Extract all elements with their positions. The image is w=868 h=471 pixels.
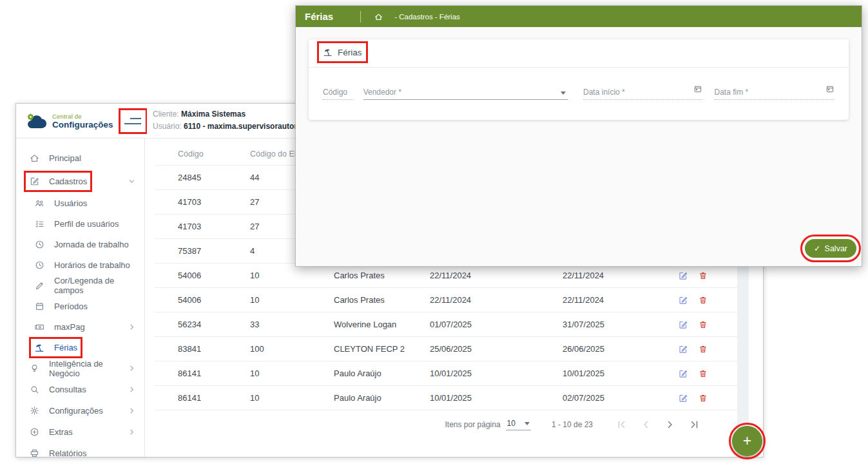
- cadastros-highlight: Cadastros: [29, 176, 87, 187]
- header-codigo: Código: [178, 149, 250, 159]
- first-page-icon[interactable]: [616, 419, 626, 430]
- calendar-icon: [34, 301, 45, 312]
- sidebar-item-maxpag[interactable]: maxPag: [16, 316, 144, 337]
- delete-row-icon[interactable]: [698, 320, 708, 330]
- banknote-icon: [34, 322, 45, 332]
- sidebar-item-cor-legenda-de-campos[interactable]: Cor/Legenda de campos: [16, 275, 144, 296]
- clock-icon: [34, 260, 45, 271]
- home-icon: [29, 153, 40, 164]
- cloud-logo-icon: [24, 113, 48, 130]
- sidebar-item-perfil-de-usuarios[interactable]: Perfil de usuários: [16, 213, 144, 234]
- sidebar-item-configuracoes[interactable]: Configurações: [16, 400, 144, 421]
- breadcrumb: - Cadastros - Férias: [394, 13, 460, 21]
- dialog-title: Férias: [305, 11, 333, 22]
- chevron-down-icon: [128, 178, 135, 185]
- delete-row-icon[interactable]: [698, 271, 708, 281]
- dialog-header: Férias - Cadastros - Férias: [296, 6, 862, 27]
- previous-page-icon[interactable]: [641, 419, 651, 430]
- sidebar-item-inteligencia-de-negocio[interactable]: Inteligência de Negócio: [16, 358, 144, 379]
- sidebar-item-usuarios[interactable]: Usuários: [16, 193, 144, 213]
- logo-line1: Central de: [52, 113, 113, 120]
- last-page-icon[interactable]: [690, 419, 700, 430]
- user-value: 6110 - maxima.supervisorautoriz: [184, 122, 303, 131]
- chevron-right-icon: [128, 323, 135, 331]
- chevron-right-icon: [128, 365, 135, 372]
- table-row: 86141 10 Paulo Araújo 10/01/2025 10/01/2…: [155, 361, 737, 386]
- delete-row-icon[interactable]: [698, 369, 708, 379]
- edit-row-icon[interactable]: [678, 271, 688, 281]
- chevron-right-icon: [128, 407, 135, 414]
- select-arrow-icon: [561, 91, 566, 95]
- edit-square-icon: [29, 176, 40, 187]
- calendar-icon[interactable]: [693, 84, 702, 93]
- session-info: Cliente: Máxima Sistemas Usuário: 6110 -…: [153, 108, 303, 133]
- header-divider: [145, 110, 146, 132]
- page-size-select[interactable]: 10: [506, 419, 531, 430]
- chevron-right-icon: [128, 386, 135, 393]
- sidebar-item-horarios-de-trabalho[interactable]: Horários de trabalho: [16, 255, 144, 275]
- calendar-icon[interactable]: [825, 84, 834, 93]
- table-row: 54006 10 Carlos Prates 22/11/2024 22/11/…: [155, 264, 737, 288]
- clock-icon: [34, 239, 45, 250]
- vendedor-select[interactable]: Vendedor *: [363, 81, 568, 100]
- edit-row-icon[interactable]: [678, 320, 688, 330]
- sidebar-item-relatorios[interactable]: Relatórios: [16, 443, 144, 457]
- next-page-icon[interactable]: [665, 419, 675, 430]
- table-row: 86141 10 Paulo Araújo 10/01/2025 02/07/2…: [155, 386, 737, 410]
- sidenav-toggle-button[interactable]: [121, 111, 144, 131]
- sidebar-item-extras[interactable]: Extras: [16, 421, 144, 443]
- plus-icon: +: [743, 432, 751, 449]
- beach-umbrella-icon: [34, 342, 45, 353]
- delete-row-icon[interactable]: [698, 393, 708, 403]
- search-icon: [29, 384, 40, 395]
- sidebar-item-periodos[interactable]: Períodos: [16, 296, 144, 316]
- home-icon[interactable]: [374, 12, 383, 21]
- ferias-highlight: Férias: [34, 342, 77, 353]
- sidebar-item-cadastros[interactable]: Cadastros: [16, 169, 144, 193]
- card-title: Férias: [323, 47, 362, 57]
- sidebar-item-consultas[interactable]: Consultas: [16, 379, 144, 400]
- table-row: 54006 10 Carlos Prates 22/11/2024 22/11/…: [155, 288, 737, 312]
- codigo-field[interactable]: Código: [323, 81, 352, 100]
- sidebar-item-jornada-de-trabalho[interactable]: Jornada de trabalho: [16, 234, 144, 255]
- ferias-form-card: Férias Código Vendedor * Data início * D…: [309, 39, 849, 120]
- page: Central de Configurações Cliente: Máxima…: [0, 0, 868, 471]
- add-ferias-fab[interactable]: +: [732, 426, 762, 456]
- select-arrow-icon: [525, 422, 530, 425]
- plus-circle-icon: [29, 427, 40, 437]
- beach-umbrella-icon: [323, 47, 333, 57]
- app-logo: Central de Configurações: [16, 113, 113, 130]
- client-label: Cliente:: [153, 110, 179, 119]
- data-fim-field[interactable]: Data fim *: [715, 81, 834, 100]
- page-range-label: 1 - 10 de 23: [552, 420, 593, 429]
- edit-row-icon[interactable]: [678, 295, 688, 305]
- gear-icon: [29, 405, 40, 416]
- chevron-right-icon: [128, 428, 135, 436]
- checklist-icon: [34, 218, 45, 229]
- delete-row-icon[interactable]: [698, 295, 708, 305]
- sidebar-item-ferias[interactable]: Férias: [16, 337, 144, 358]
- client-value: Máxima Sistemas: [181, 110, 246, 119]
- logo-line2: Configurações: [52, 120, 113, 130]
- lightbulb-icon: [29, 363, 40, 374]
- edit-row-icon[interactable]: [678, 369, 688, 379]
- items-per-page-label: Itens por página: [445, 420, 501, 429]
- save-button[interactable]: ✓ Salvar: [805, 239, 856, 258]
- printer-icon: [29, 448, 40, 457]
- sidebar: Principal Cadastros Usuários Perfil de u…: [16, 139, 145, 457]
- users-icon: [34, 198, 45, 209]
- edit-row-icon[interactable]: [678, 393, 688, 403]
- delete-row-icon[interactable]: [698, 344, 708, 354]
- table-row: 56234 33 Wolverine Logan 01/07/2025 31/0…: [155, 312, 737, 337]
- data-inicio-field[interactable]: Data início *: [583, 81, 702, 100]
- header-divider: [360, 11, 361, 23]
- check-icon: ✓: [814, 244, 820, 253]
- ferias-dialog: Férias - Cadastros - Férias Férias Códig…: [295, 5, 862, 267]
- hamburger-icon: [130, 118, 141, 119]
- sidebar-item-principal[interactable]: Principal: [16, 146, 144, 169]
- paginator: Itens por página 10 1 - 10 de 23: [155, 410, 737, 439]
- pencil-icon: [34, 280, 45, 291]
- table-row: 83841 100 CLEYTON FECP 2 25/06/2025 26/0…: [155, 337, 737, 361]
- user-label: Usuário:: [153, 122, 182, 131]
- edit-row-icon[interactable]: [678, 344, 688, 354]
